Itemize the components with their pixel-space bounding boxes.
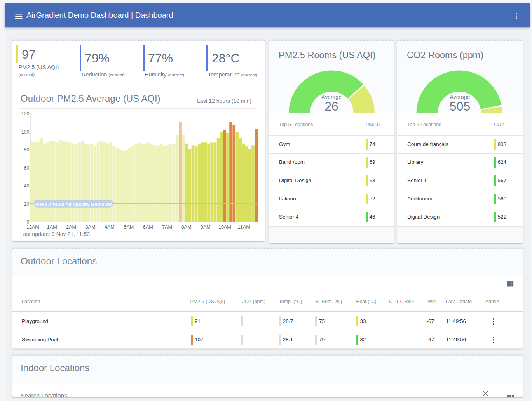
svg-text:8AM: 8AM: [181, 224, 192, 230]
svg-text:100: 100: [21, 129, 30, 135]
svg-text:6AM: 6AM: [143, 224, 153, 230]
svg-text:12AM: 12AM: [26, 224, 39, 230]
svg-text:4AM: 4AM: [105, 224, 115, 230]
svg-text:2AM: 2AM: [66, 224, 76, 230]
svg-text:120: 120: [21, 111, 30, 116]
svg-text:10AM: 10AM: [218, 224, 231, 230]
svg-text:3AM: 3AM: [85, 224, 96, 230]
svg-text:WHO Annual Air Quality Guideli: WHO Annual Air Quality Guideline: [35, 202, 112, 207]
svg-text:5AM: 5AM: [124, 224, 134, 230]
svg-text:7AM: 7AM: [162, 224, 172, 230]
svg-text:1AM: 1AM: [47, 224, 57, 230]
svg-text:11AM: 11AM: [238, 224, 250, 230]
svg-text:9AM: 9AM: [201, 224, 211, 230]
